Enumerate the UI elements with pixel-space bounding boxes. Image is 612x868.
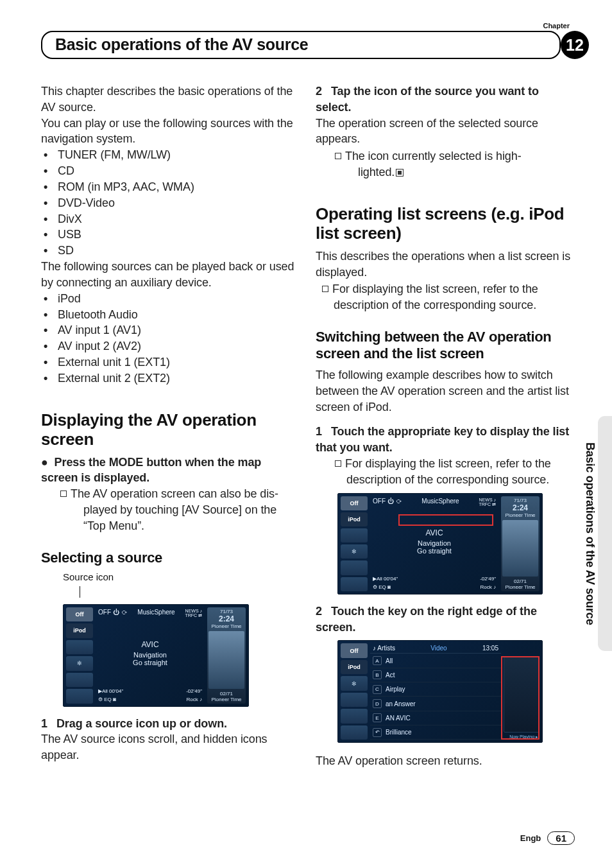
side-tab-text: Basic operations of the AV source [580,416,597,651]
list-item: External unit 1 (EXT1) [41,354,300,370]
left-column: This chapter describes the basic operati… [41,83,300,769]
fig-side-ipod: iPod [341,512,368,526]
fig-side-item [341,693,368,707]
source-list-b: iPod Bluetooth Audio AV input 1 (AV1) AV… [41,291,300,386]
note-icon [60,490,67,497]
fig-side-ipod: iPod [66,623,93,638]
fig-side-item [66,640,93,655]
list-item: iPod [41,291,300,307]
fig-side-off: Off [341,643,368,658]
note-list-screen: For displaying the list screen, refer to… [316,281,575,313]
fig-side-item: ✻ [341,544,368,559]
figure-av-screen-with-list: Off iPod ✻ OFF ⏻ ⟳ MusicSphere NEWS ♪ TR… [337,493,543,595]
figure-artist-list: Off iPod ✻ ♪ Artists Video 13:05 AAll [337,640,543,743]
intro-p2: You can play or use the following source… [41,116,300,148]
footer-page: 61 [547,831,575,845]
step-2-tap: 2Tap the icon of the source you want to … [316,83,575,116]
chapter-label: Chapter [41,22,575,30]
heading-displaying-av: Displaying the AV operation screen [41,411,300,449]
chapter-number-badge: 12 [561,31,589,59]
list-item: AV input 2 (AV2) [41,338,300,354]
note-c1: For displaying the list screen, refer to… [328,456,575,488]
fig-side-item [341,528,368,542]
fig-side-item [341,709,368,724]
footer: Engb 61 [520,831,575,845]
step-c2: 2Touch the key on the right edge of the … [316,603,575,636]
fig-side-item [341,725,368,740]
bullet-dot: ● [41,456,48,469]
list-item: CD [41,163,300,179]
list-item: TUNER (FM, MW/LW) [41,147,300,163]
list-item: Bluetooth Audio [41,307,300,323]
desc-switching: The following example describes how to s… [316,367,575,415]
list-item: ROM (in MP3, AAC, WMA) [41,179,300,195]
step-c1: 1Touch the appropriate key to display th… [316,424,575,456]
footer-lang: Engb [520,833,541,843]
fig-side-item [341,560,368,575]
source-list-a: TUNER (FM, MW/LW) CD ROM (in MP3, AAC, W… [41,147,300,259]
list-item: USB [41,227,300,243]
step-2-body: The operation screen of the selected sou… [316,116,575,148]
list-item: External unit 2 (EXT2) [41,370,300,386]
fig-side-item: ✻ [341,676,368,691]
heading-operating-list: Operating list screens (e.g. iPod list s… [316,205,575,243]
step-1-drag: 1Drag a source icon up or down. [41,716,300,732]
fig-side-off: Off [66,607,93,622]
intro-p1: This chapter describes the basic operati… [41,83,300,116]
end-mark-icon [396,169,404,177]
chapter-title-row: Basic operations of the AV source 12 [41,31,575,59]
side-tab [598,416,612,651]
note-icon [335,153,341,159]
step-press-mode: ● Press the MODE button when the map scr… [41,455,300,487]
note-icon [322,286,328,292]
right-column: 2Tap the icon of the source you want to … [316,83,575,769]
heading-switching: Switching between the AV operation scree… [316,329,575,362]
list-item: DVD-Video [41,195,300,211]
fig1-caption: Source icon [63,571,300,582]
fig-side-item [66,689,93,704]
figure-av-screen: Off iPod ✻ OFF ⏻ ⟳ MusicSphere NEWS ♪ [63,604,249,707]
intro-p3: The following sources can be played back… [41,259,300,291]
list-item: AV input 1 (AV1) [41,322,300,338]
step-1-body: The AV source icons scroll, and hidden i… [41,731,300,763]
fig-side-off: Off [341,496,368,510]
fig-side-item [341,577,368,591]
list-item: SD [41,243,300,259]
note-highlighted: The icon currently selected is high- lig… [328,148,575,180]
note-av-source: The AV operation screen can also be dis-… [54,486,300,534]
heading-selecting-source: Selecting a source [41,550,300,566]
fig-side-item [66,673,93,688]
fig-side-item: ✻ [66,656,93,671]
closing: The AV operation screen returns. [316,753,575,769]
fig-side-ipod: iPod [341,660,368,675]
list-item: DivX [41,211,300,227]
page-title: Basic operations of the AV source [41,31,561,59]
desc-operating-list: This describes the operations when a lis… [316,248,575,281]
note-icon [335,460,341,467]
